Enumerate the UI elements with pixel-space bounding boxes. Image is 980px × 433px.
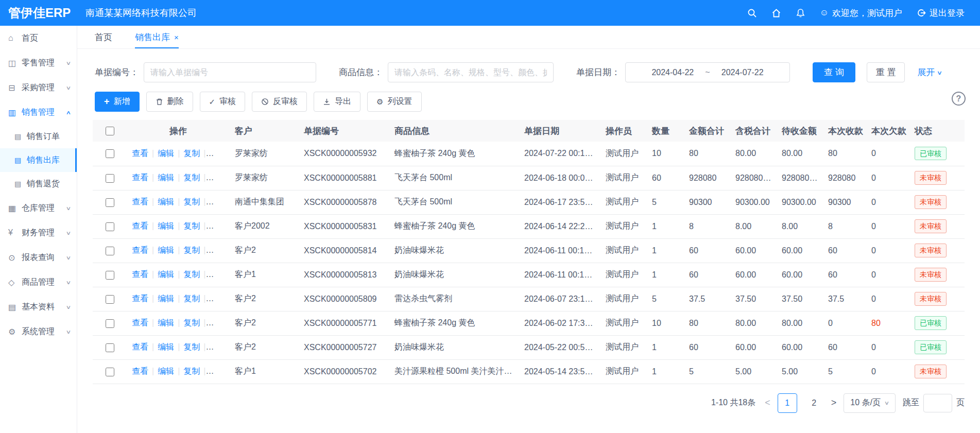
export-button[interactable]: 导出 [314, 92, 360, 112]
edit-link[interactable]: 编辑 [158, 197, 174, 206]
order-no-input[interactable] [144, 62, 316, 82]
next-page-button[interactable]: > [831, 397, 837, 408]
date-from-input[interactable] [640, 68, 705, 77]
sidebar-item-reports[interactable]: ⊙ 报表查询 ∨ [0, 245, 77, 270]
cell-operator: 测试用户 [600, 238, 647, 263]
edit-link[interactable]: 编辑 [158, 246, 174, 254]
view-link[interactable]: 查看 [132, 270, 148, 279]
tab-home[interactable]: 首页 [95, 26, 112, 48]
row-checkbox[interactable] [106, 271, 114, 280]
delete-button[interactable]: 删除 [146, 92, 193, 112]
sidebar-item-system[interactable]: ⚙ 系统管理 ∨ [0, 319, 77, 344]
view-link[interactable]: 查看 [132, 367, 148, 375]
page-size-select[interactable]: 10 条/页 ∨ [844, 393, 896, 413]
edit-link[interactable]: 编辑 [158, 294, 174, 303]
col-header-date: 单据日期 [519, 120, 600, 142]
date-to-input[interactable] [710, 68, 775, 77]
audit-button[interactable]: ✓ 审核 [200, 92, 246, 112]
sidebar-item-products[interactable]: ◇ 商品管理 ∨ [0, 270, 77, 295]
pagination-total: 1-10 共18条 [711, 397, 755, 408]
copy-link[interactable]: 复制 [183, 221, 200, 230]
cell-amount: 90300 [684, 190, 730, 214]
row-checkbox[interactable] [106, 247, 114, 255]
row-checkbox[interactable] [106, 368, 114, 376]
copy-link[interactable]: 复制 [183, 270, 200, 279]
view-link[interactable]: 查看 [132, 294, 148, 303]
copy-link[interactable]: 复制 [183, 197, 200, 206]
sidebar-item-home[interactable]: ⌂ 首页 [0, 26, 77, 50]
sidebar-item-sales[interactable]: ▥ 销售管理 ∧ [0, 100, 77, 125]
sidebar-item-sales-outbound[interactable]: ▤ 销售出库 [0, 148, 77, 172]
view-link[interactable]: 查看 [132, 342, 148, 351]
sidebar-item-purchase[interactable]: ⊟ 采购管理 ∨ [0, 75, 77, 100]
view-link[interactable]: 查看 [132, 197, 148, 206]
notification-bell-icon[interactable] [796, 8, 805, 18]
reset-button[interactable]: 重 置 [867, 62, 905, 82]
jump-page-input[interactable] [923, 394, 952, 412]
view-link[interactable]: 查看 [132, 221, 148, 230]
edit-link[interactable]: 编辑 [158, 221, 174, 230]
cell-date: 2024-06-02 17:34:03 [519, 311, 600, 335]
row-checkbox[interactable] [106, 319, 114, 328]
finance-icon: ¥ [8, 228, 22, 237]
search-button[interactable]: 查 询 [813, 62, 855, 82]
cell-product: 奶油味爆米花 [389, 335, 519, 359]
close-icon[interactable]: × [174, 33, 179, 42]
select-all-checkbox[interactable] [106, 127, 114, 135]
copy-link[interactable]: 复制 [183, 367, 200, 375]
sidebar-item-finance[interactable]: ¥ 财务管理 ∨ [0, 220, 77, 245]
cell-receivable: 90300.00 [777, 190, 823, 214]
sidebar-item-basic-data[interactable]: ▤ 基本资料 ∨ [0, 295, 77, 319]
edit-link[interactable]: 编辑 [158, 270, 174, 279]
cell-receivable: 928080.00 [777, 166, 823, 190]
row-checkbox[interactable] [106, 198, 114, 207]
expand-toggle[interactable]: 展开 ∨ [917, 66, 942, 78]
sidebar-item-retail[interactable]: ◫ 零售管理 ∨ [0, 50, 77, 75]
help-icon[interactable]: ? [952, 92, 966, 106]
edit-link[interactable]: 编辑 [158, 149, 174, 158]
topbar: 管伊佳ERP 南通某某网络科技有限公司 ☺ 欢迎您，测试用户 退出登录 [0, 0, 980, 26]
page-button-1[interactable]: 1 [778, 393, 797, 413]
add-button[interactable]: + 新增 [95, 92, 140, 112]
row-checkbox[interactable] [106, 222, 114, 231]
page-button-2[interactable]: 2 [804, 393, 824, 413]
chevron-down-icon: ∨ [66, 230, 72, 236]
welcome-user[interactable]: ☺ 欢迎您，测试用户 [820, 7, 902, 19]
row-checkbox[interactable] [106, 343, 114, 352]
view-link[interactable]: 查看 [132, 318, 148, 327]
row-checkbox[interactable] [106, 174, 114, 183]
home-icon[interactable] [771, 8, 781, 18]
column-settings-button[interactable]: ⚙ 列设置 [367, 92, 421, 112]
view-link[interactable]: 查看 [132, 149, 148, 158]
copy-link[interactable]: 复制 [183, 246, 200, 254]
copy-link[interactable]: 复制 [183, 173, 200, 182]
unaudit-button[interactable]: 反审核 [252, 92, 307, 112]
cell-received: 90300 [823, 190, 866, 214]
divider: | [152, 270, 154, 279]
row-checkbox[interactable] [106, 149, 114, 158]
edit-link[interactable]: 编辑 [158, 367, 174, 375]
cell-amount: 8 [684, 214, 730, 238]
sidebar-item-warehouse[interactable]: ▦ 仓库管理 ∨ [0, 196, 77, 220]
view-link[interactable]: 查看 [132, 246, 148, 254]
row-checkbox[interactable] [106, 295, 114, 304]
sidebar-item-sales-orders[interactable]: ▤ 销售订单 [0, 125, 77, 148]
product-info-input[interactable] [388, 62, 554, 82]
logout-button[interactable]: 退出登录 [917, 7, 965, 19]
cell-status: 未审核 [909, 287, 965, 311]
prev-page-button[interactable]: < [765, 397, 770, 408]
tab-sales-outbound[interactable]: 销售出库 × [135, 26, 179, 48]
copy-link[interactable]: 复制 [183, 318, 200, 327]
edit-link[interactable]: 编辑 [158, 318, 174, 327]
view-link[interactable]: 查看 [132, 173, 148, 182]
sidebar-item-label: 基本资料 [22, 302, 66, 313]
copy-link[interactable]: 复制 [183, 342, 200, 351]
edit-link[interactable]: 编辑 [158, 342, 174, 351]
copy-link[interactable]: 复制 [183, 149, 200, 158]
app-logo[interactable]: 管伊佳ERP [0, 5, 77, 21]
search-icon[interactable] [747, 8, 757, 18]
edit-link[interactable]: 编辑 [158, 173, 174, 182]
copy-link[interactable]: 复制 [183, 294, 200, 303]
sidebar-item-sales-returns[interactable]: ▤ 销售退货 [0, 172, 77, 196]
product-info-label: 商品信息： [339, 66, 383, 78]
